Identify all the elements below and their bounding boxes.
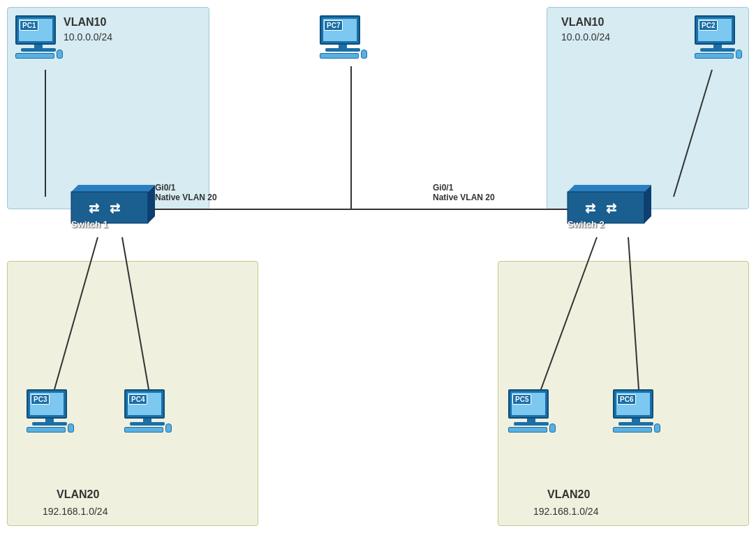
switch1-label: Switch 1	[71, 219, 108, 230]
svg-text:⇄: ⇄	[110, 202, 120, 216]
pc7-label: PC7	[324, 20, 343, 31]
pc5-label: PC5	[512, 394, 531, 405]
trunk-right-gi: Gi0/1	[433, 183, 495, 193]
vlan10-left-label: VLAN10	[64, 16, 106, 29]
pc1-icon: PC1	[15, 15, 61, 66]
pc3-icon: PC3	[27, 389, 73, 440]
svg-text:⇄: ⇄	[89, 202, 99, 216]
pc2-label: PC2	[699, 20, 718, 31]
vlan10-right-sublabel: 10.0.0.0/24	[561, 31, 610, 43]
pc3-label: PC3	[31, 394, 50, 405]
switch2-label: Switch 2	[568, 219, 605, 230]
pc1-label: PC1	[20, 20, 38, 31]
trunk-label-right: Gi0/1 Native VLAN 20	[433, 183, 495, 202]
switch1-icon: ⇄ ⇄ Switch 1	[64, 178, 155, 233]
vlan20-right-label: VLAN20	[547, 488, 590, 501]
pc2-icon: PC2	[695, 15, 741, 66]
trunk-right-native: Native VLAN 20	[433, 193, 495, 202]
pc4-icon: PC4	[124, 389, 170, 440]
trunk-left-gi: Gi0/1	[155, 183, 217, 193]
vlan10-left-sublabel: 10.0.0.0/24	[64, 31, 112, 43]
svg-marker-14	[568, 185, 651, 192]
pc4-label: PC4	[128, 394, 147, 405]
pc5-icon: PC5	[508, 389, 554, 440]
vlan20-left-label: VLAN20	[57, 488, 99, 501]
trunk-label-left: Gi0/1 Native VLAN 20	[155, 183, 217, 202]
vlan10-right-label: VLAN10	[561, 16, 604, 29]
svg-marker-8	[71, 185, 155, 192]
svg-text:⇄: ⇄	[585, 202, 595, 216]
pc6-label: PC6	[617, 394, 636, 405]
vlan20-right-sublabel: 192.168.1.0/24	[533, 506, 598, 517]
vlan20-left-sublabel: 192.168.1.0/24	[43, 506, 108, 517]
network-diagram: VLAN10 10.0.0.0/24 VLAN10 10.0.0.0/24 VL…	[0, 0, 756, 533]
pc7-icon: PC7	[320, 15, 366, 66]
trunk-left-native: Native VLAN 20	[155, 193, 217, 202]
switch2-icon: ⇄ ⇄ Switch 2	[561, 178, 651, 233]
pc6-icon: PC6	[613, 389, 659, 440]
svg-text:⇄: ⇄	[606, 202, 616, 216]
